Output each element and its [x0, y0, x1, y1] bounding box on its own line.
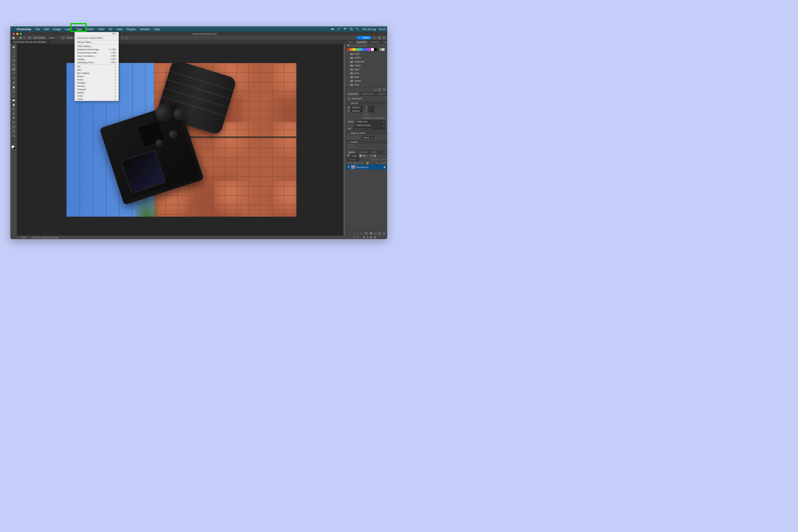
search-icon[interactable] [350, 27, 353, 31]
shape-tool[interactable] [11, 125, 16, 129]
tab-properties[interactable]: Properties [346, 92, 360, 96]
preview-icon[interactable]: ◧ [363, 236, 365, 239]
filter-smart-icon[interactable] [374, 155, 376, 157]
tab-paths[interactable]: Paths [369, 150, 378, 154]
filter-sharpen-submenu[interactable]: Sharpen▸ [75, 88, 118, 91]
blur-tool[interactable] [11, 102, 16, 107]
filter-3d-submenu[interactable]: 3D▸ [75, 65, 118, 68]
path-tool[interactable] [11, 120, 16, 125]
swatch-search-input[interactable] [351, 45, 386, 47]
swatch-color[interactable] [350, 48, 353, 51]
tab-color[interactable]: Color [346, 40, 355, 44]
swatch-color[interactable] [361, 48, 363, 51]
filter-neural[interactable]: Neural Filters... [75, 40, 118, 44]
frame-tool[interactable] [11, 67, 16, 71]
filter-stylize-submenu[interactable]: Stylize▸ [75, 91, 118, 94]
auto-select-dropdown[interactable]: Layer ▾ [47, 36, 58, 39]
menu-plugins[interactable]: Plugins [125, 27, 138, 31]
menu-file[interactable]: File [33, 27, 42, 31]
swatch-color[interactable] [379, 48, 382, 51]
swatch-color[interactable] [371, 48, 374, 51]
guides-icon[interactable] [348, 145, 351, 148]
mask-icon[interactable] [365, 232, 368, 235]
home-icon[interactable] [12, 36, 15, 39]
swatch-color[interactable] [363, 48, 366, 51]
trash-icon[interactable] [383, 88, 385, 91]
filter-blur-submenu[interactable]: Blur▸ [75, 68, 118, 72]
zoom-tool[interactable] [11, 134, 16, 138]
menu-type[interactable]: Type [74, 27, 84, 31]
hand-tool[interactable] [11, 129, 16, 133]
search-icon[interactable] [373, 36, 376, 39]
vertical-scrollbar[interactable] [343, 44, 346, 235]
menu-view[interactable]: View [114, 27, 125, 31]
orientation-portrait-icon[interactable] [363, 113, 366, 116]
grid-icon[interactable] [352, 136, 355, 139]
swatch-folder[interactable]: ›Pale [346, 83, 387, 87]
swatch-folder[interactable]: ›RGB [346, 52, 387, 56]
zoom-window-button[interactable] [20, 33, 22, 35]
tab-patterns[interactable]: Patterns [381, 40, 387, 44]
lock-transparent-icon[interactable]: ▦ [354, 162, 356, 164]
filter-camera-raw[interactable]: Camera Raw Filter...⇧⌘A [75, 51, 118, 54]
tab-libraries[interactable]: Libraries [375, 92, 387, 96]
x-field[interactable] [368, 106, 375, 109]
units-dropdown[interactable]: Pixels▾ [362, 136, 374, 139]
orientation-landscape-icon[interactable] [367, 113, 370, 116]
swatch-color[interactable] [355, 48, 358, 51]
sync-status-icon[interactable]: ↻ [357, 236, 359, 239]
rulers-section[interactable]: ⌄Rulers & Grids [346, 131, 387, 135]
tab-swatches[interactable]: Swatches [355, 40, 368, 44]
stamp-tool[interactable] [11, 85, 16, 89]
foreground-background-colors[interactable] [12, 146, 16, 150]
filter-shape-icon[interactable] [370, 155, 373, 157]
move-tool[interactable] [11, 45, 16, 49]
lock-all-icon[interactable]: 🔒 [366, 162, 369, 164]
tab-gradients[interactable]: Gradients [368, 40, 381, 44]
doc-dimensions[interactable]: 6240 px x 4160 px (72 ppi) [32, 236, 58, 239]
new-layer-icon[interactable] [378, 232, 381, 235]
guides-icon[interactable] [352, 145, 355, 148]
tab-channels[interactable]: Channels [357, 150, 369, 154]
wifi-icon[interactable] [343, 27, 347, 31]
menu-select[interactable]: Select [84, 27, 96, 31]
selection-tool[interactable] [11, 58, 16, 62]
fx-icon[interactable]: fx [361, 232, 363, 235]
show-transform-checkbox[interactable] [62, 37, 64, 39]
filter-distort-submenu[interactable]: Distort▸ [75, 75, 118, 78]
swatch-color[interactable] [377, 48, 379, 51]
filter-liquify[interactable]: Liquify...⇧⌘X [75, 58, 118, 61]
lock-icon[interactable]: 🔒 [383, 166, 386, 169]
menu-image[interactable]: Image [51, 27, 63, 31]
menu-filter[interactable]: Filter [96, 27, 107, 31]
menu-app[interactable]: Photoshop [15, 27, 33, 31]
3d-mode-icon[interactable] [120, 36, 124, 39]
battery-icon[interactable] [331, 27, 334, 31]
auto-select-checkbox[interactable] [28, 37, 31, 39]
canvas-section[interactable]: ⌄Canvas [346, 101, 387, 104]
swatch-color[interactable] [347, 48, 350, 51]
new-group-icon[interactable] [374, 88, 377, 91]
swatch-folder[interactable]: ›Darker [346, 79, 387, 83]
document-tab[interactable]: DSCF0494.JPG @ 25% (RGB/8) [10, 40, 49, 44]
swatch-folder[interactable]: ›Grayscale [346, 60, 387, 63]
pen-tool[interactable] [11, 111, 16, 116]
y-field[interactable] [368, 109, 374, 112]
kind-filter[interactable]: Kind [351, 154, 358, 157]
filter-adaptive-wide-angle[interactable]: Adaptive Wide Angle...⌥⇧⌘A [75, 48, 118, 51]
filter-adjust-icon[interactable] [363, 155, 365, 157]
3d-mode-icon[interactable] [125, 36, 128, 39]
menu-help[interactable]: Help [152, 27, 162, 31]
link-icon[interactable] [356, 232, 359, 235]
bits-dropdown[interactable]: 8 Bits/Channel▾ [355, 124, 385, 127]
eyedropper-tool[interactable] [11, 72, 16, 76]
menubar-date[interactable]: Thu 10 Aug [362, 28, 376, 31]
fill-dropdown[interactable]: Background Color [353, 127, 385, 130]
workspace-icon[interactable] [378, 36, 381, 39]
filter-vanishing-point[interactable]: Vanishing Point...⌥⌘V [75, 61, 118, 64]
preview-icon[interactable]: ■ [367, 236, 368, 239]
filter-other-submenu[interactable]: Other▸ [75, 97, 118, 101]
filter-convert-smart[interactable]: Convert for Smart Filters [75, 36, 118, 40]
filter-blur-gallery-submenu[interactable]: Blur Gallery▸ [75, 72, 118, 75]
filter-pixelate-submenu[interactable]: Pixelate▸ [75, 81, 118, 84]
